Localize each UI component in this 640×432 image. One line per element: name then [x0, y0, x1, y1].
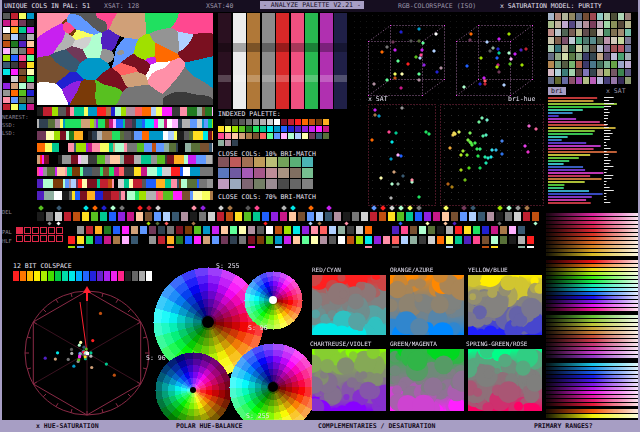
delta-swatch-row [37, 206, 543, 226]
swatch [199, 212, 206, 221]
swatch [19, 27, 26, 33]
swatch [569, 61, 575, 68]
swatch [576, 13, 582, 20]
swatch [583, 45, 589, 52]
swatch [311, 226, 318, 234]
swatch [401, 236, 408, 244]
comp-panel-red-cyan [312, 275, 386, 335]
selection-box [24, 227, 31, 234]
selection-box [40, 235, 47, 242]
swatch [500, 236, 507, 244]
swatch [527, 246, 534, 248]
analyze-palette-app: UNIQUE COLS IN PAL: 51 XSAT: 128 XSAT:40… [0, 0, 640, 432]
swatch [47, 221, 51, 225]
swatch [562, 69, 568, 76]
selection-boxes [16, 227, 64, 243]
saturation-model-label: x SATURATION MODEL: PURITY [500, 2, 602, 10]
swatch [548, 29, 554, 36]
swatch [34, 271, 40, 281]
swatch [406, 212, 413, 221]
swatch [597, 37, 603, 44]
swatch [576, 37, 582, 44]
swatch [371, 205, 377, 211]
selection-box [16, 227, 23, 234]
swatch [158, 236, 165, 244]
swatch [590, 37, 596, 44]
swatch [509, 226, 516, 234]
swatch [604, 69, 610, 76]
swatch [290, 205, 296, 211]
swatch [443, 205, 449, 211]
swatch [149, 226, 156, 234]
swatch [583, 61, 589, 68]
swatch [260, 133, 266, 139]
swatch [290, 168, 301, 178]
swatch [305, 43, 318, 52]
swatch [334, 43, 347, 52]
swatch [154, 212, 161, 221]
swatch [11, 69, 18, 75]
swatch [320, 226, 327, 234]
sorted-palette-stripes [37, 107, 213, 205]
comp-panel-springgreen-rose [468, 349, 542, 411]
swatch [167, 226, 174, 234]
swatch [118, 271, 124, 281]
swatch [343, 212, 350, 221]
swatch [320, 13, 333, 109]
swatch [19, 69, 26, 75]
swatch [401, 226, 408, 234]
swatch [576, 61, 582, 68]
swatch [415, 212, 422, 221]
swatch [11, 62, 18, 68]
swatch [361, 212, 368, 221]
swatch [464, 236, 471, 244]
xsat-40-label: XSAT:40 [206, 2, 233, 10]
swatch [3, 104, 10, 110]
swatch [307, 212, 314, 221]
swatch [83, 205, 89, 211]
swatch [491, 236, 498, 244]
comp-label-green-magenta: GREEN/MAGENTA [390, 340, 437, 348]
swatch [132, 271, 138, 281]
swatch [3, 55, 10, 61]
swatch [590, 77, 596, 84]
swatch [383, 236, 390, 244]
swatch [288, 126, 294, 132]
swatch [302, 168, 313, 178]
swatch [555, 13, 561, 20]
swatch [392, 226, 399, 234]
indexed-palette-label: INDEXED PALETTE: [218, 110, 281, 118]
swatch [19, 20, 26, 26]
swatch [290, 179, 301, 189]
del-label: DEL [2, 208, 12, 216]
swatch [11, 90, 18, 96]
swatch [562, 37, 568, 44]
swatch [576, 77, 582, 84]
swatch [246, 126, 252, 132]
swatch [323, 126, 329, 132]
swatch [86, 236, 93, 244]
swatch [562, 45, 568, 52]
swatch [266, 226, 273, 234]
swatch [576, 53, 582, 60]
swatch [604, 37, 610, 44]
swatch [446, 226, 453, 234]
swatch [604, 29, 610, 36]
nearest-label: NEAREST: [2, 113, 29, 121]
swatch [316, 119, 322, 125]
comp-label-chartreuse-violet: CHARTREUSE/VIOLET [310, 340, 371, 348]
swatch [309, 133, 315, 139]
swatch [356, 226, 363, 234]
swatch [233, 13, 246, 109]
swatch [410, 236, 417, 244]
swatch [419, 226, 426, 234]
swatch [509, 236, 516, 244]
wheel-label-s96b: S: 96 [146, 354, 166, 362]
swatch [597, 29, 603, 36]
swatch [11, 97, 18, 103]
comp-panel-green-magenta [390, 349, 464, 411]
swatch [523, 212, 530, 221]
swatch [247, 43, 260, 52]
swatch [352, 212, 359, 221]
swatch [19, 55, 26, 61]
